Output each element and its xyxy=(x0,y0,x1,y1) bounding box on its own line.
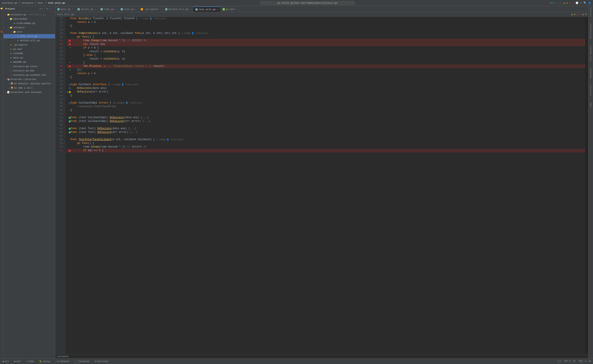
tab-close-server-go[interactable]: ✕ xyxy=(95,8,96,11)
tree-item-mac[interactable]: ▸ ⬛ unitauto-go-mac xyxy=(3,69,55,73)
tab-label-server-go: server.go xyxy=(81,8,94,11)
code-editor[interactable]: ⊟ func Divide(a float64, b float64) floa… xyxy=(66,17,585,354)
tree-item-orderedmap[interactable]: ▸ ● orderedmap.go xyxy=(3,21,55,26)
go-file-test-util-icon: ● xyxy=(16,35,20,38)
panel-action-close[interactable]: — xyxy=(49,7,50,10)
tree-label-linux: unitauto-go-linux xyxy=(13,65,37,68)
structure-icon-left[interactable]: ≡ xyxy=(0,38,3,41)
folder-iancoleman-icon: 📁 xyxy=(9,18,13,20)
breakpoint-71[interactable] xyxy=(69,150,71,152)
tab-gitignore[interactable]: .gitignore ✕ xyxy=(139,6,163,12)
panel-action-locate[interactable]: ◎ xyxy=(40,7,41,10)
warning-badge[interactable]: ▲ 8 xyxy=(571,13,575,16)
tree-item-scratches[interactable]: ▸ 📝 Scratches and Consoles xyxy=(3,90,55,94)
bookmarks-icon-left[interactable]: 🔖 xyxy=(0,30,3,33)
bottom-tab-problems[interactable]: ⚠ Problems xyxy=(55,359,70,363)
warning-count: ▲ 8 xyxy=(564,2,568,4)
bottom-tab-git[interactable]: ◉ Git xyxy=(2,359,10,363)
tab-label-main-go: main.go xyxy=(61,8,71,11)
bottom-tab-bar: ◉ Git ▶ Run ☑ TODO 🐛 Debug ⚠ Problems ⬛ … xyxy=(0,358,593,364)
error-count: ● 1 xyxy=(570,2,574,4)
tab-close-main-go[interactable]: ✕ xyxy=(72,8,73,11)
breakpoint-31[interactable] xyxy=(69,40,71,42)
sidebar-item-structure[interactable]: Structure xyxy=(589,84,593,97)
breakpoint-38[interactable] xyxy=(69,65,71,67)
tree-item-windows[interactable]: ▸ ⬛ unitauto-go-windows.exe xyxy=(3,73,55,77)
pull-requests-icon[interactable]: ↕ xyxy=(0,22,3,26)
tree-item-readme[interactable]: ▸ ● README.md xyxy=(3,60,55,64)
tab-test-util-go[interactable]: test_util.go ✕ xyxy=(193,6,221,12)
tab-close-test-util[interactable]: ✕ xyxy=(217,8,218,11)
tree-item-go-modules[interactable]: ▸ 📦 Go Modules <github.com/Tor xyxy=(3,82,55,86)
panel-action-settings[interactable]: ⚙ xyxy=(47,7,48,10)
tree-item-ext-libs[interactable]: ▾ 📚 External Libraries xyxy=(3,77,55,82)
tab-close-go-mod[interactable]: ✕ xyxy=(236,8,237,11)
tree-label-windows: unitauto-go-windows.exe xyxy=(13,74,46,76)
bottom-tab-terminal[interactable]: ⬛ Terminal xyxy=(74,359,90,363)
tab-go-mod[interactable]: go.mod ✕ xyxy=(221,6,239,12)
tree-item-license[interactable]: ▸ ● LICENSE xyxy=(3,51,55,56)
search-icon-title[interactable]: 🔍 xyxy=(584,1,586,4)
nav-down-btn[interactable]: ▼ xyxy=(585,13,586,16)
sidebar-item-database[interactable]: Database xyxy=(589,6,593,18)
tab-close-gitignore[interactable]: ✕ xyxy=(159,8,161,11)
gutter-37: ⊟ xyxy=(67,61,71,65)
tree-item-test-util-go[interactable]: ▸ ● test_util.go xyxy=(3,34,55,38)
tab-time-go[interactable]: time.go ✕ xyxy=(99,6,119,12)
undo-icon[interactable]: ↩ xyxy=(580,1,582,4)
tree-root[interactable]: ▾ 📁 unitauto-go ~/unitauto-go xyxy=(3,13,55,17)
panel-action-collapse[interactable]: ⬆ xyxy=(42,7,43,10)
tab-main-go[interactable]: main.go ✕ xyxy=(55,6,75,12)
tree-item-go-sdk[interactable]: ▸ 📦 Go SDK 1.20.1 xyxy=(3,86,55,90)
line-ending-indicator[interactable]: LF xyxy=(573,360,576,363)
tree-item-method-util-go[interactable]: ▸ ● method_util.go xyxy=(3,38,55,43)
tree-item-unitauto[interactable]: ▾ 📁 unitauto xyxy=(3,26,55,30)
encoding-indicator[interactable]: UTF-8 xyxy=(564,360,571,363)
sidebar-item-pull-requests[interactable]: Pull Requests xyxy=(589,44,593,62)
panel-action-menu[interactable]: ⋮ xyxy=(51,7,53,10)
bottom-tabs: ◉ Git ▶ Run ☑ TODO 🐛 Debug ⚠ Problems ⬛ … xyxy=(2,359,109,363)
project-icon[interactable]: 📁 xyxy=(0,7,3,10)
tree-item-iancoleman[interactable]: ▾ 📁 iancoleman xyxy=(3,17,55,21)
error-badge[interactable]: ● 1 xyxy=(577,13,581,16)
panel-action-expand[interactable]: ↕ xyxy=(44,7,46,10)
sidebar-item-make[interactable]: make xyxy=(589,101,593,109)
tree-item-test[interactable]: ▾ 📁 test xyxy=(3,30,55,34)
indent-indicator[interactable]: Tab: 4 xyxy=(578,360,586,363)
bottom-tab-services[interactable]: ⚙ Services xyxy=(94,359,109,363)
avatar-icon[interactable]: 👤 xyxy=(588,1,591,4)
tree-arrow-method-util: ▸ xyxy=(14,39,16,42)
tab-icon-server-go xyxy=(78,8,80,10)
go-file-orderedmap-icon: ● xyxy=(13,22,16,25)
ln-35: 35 xyxy=(55,53,64,57)
tree-item-gitignore[interactable]: ▸ ● .gitignore xyxy=(3,43,55,47)
sidebar-item-bookmarks[interactable]: Bookmarks xyxy=(589,66,593,80)
ext-lib-folder-icon: 📚 xyxy=(7,78,10,81)
tree-item-main-go[interactable]: ▸ ● main.go xyxy=(3,56,55,60)
tab-server-go[interactable]: server.go ✕ xyxy=(75,6,98,12)
checkmark2-icon: ✓ xyxy=(560,1,562,4)
build-url-bar[interactable]: go build github.com/TommyLemon/unitauto-… xyxy=(260,1,355,5)
nav-up-btn[interactable]: ▲ xyxy=(582,13,584,16)
bottom-tab-debug[interactable]: 🐛 Debug xyxy=(38,359,51,363)
breakpoint-32[interactable] xyxy=(69,43,71,46)
ln-56: 56 xyxy=(55,119,64,123)
bottom-tab-run[interactable]: ▶ Run xyxy=(13,359,22,363)
tab-method-util-go[interactable]: method_util.go ✕ xyxy=(163,6,193,12)
gutter-64 xyxy=(67,131,71,133)
tab-close-method-util[interactable]: ✕ xyxy=(190,8,191,11)
tab-close-type-go[interactable]: ✕ xyxy=(135,8,136,11)
tab-close-time-go[interactable]: ✕ xyxy=(115,8,116,11)
bottom-tab-todo[interactable]: ☑ TODO xyxy=(25,359,35,363)
commit-icon[interactable]: ⬆ xyxy=(0,15,3,18)
git-label: Git: xyxy=(550,2,555,4)
line-numbers: 25 26 27 28 29 30 31 32 33 34 35 36 37 3… xyxy=(55,17,66,354)
code-line-29: ⊟ func ComputeAsync(a int, b int, callba… xyxy=(67,32,585,35)
tree-item-linux[interactable]: ▸ ⬛ unitauto-go-linux xyxy=(3,64,55,69)
line-col-indicator[interactable]: 1:1 xyxy=(558,360,561,363)
tree-item-go-mod[interactable]: ▸ ● go.mod xyxy=(3,47,55,51)
sidebar-item-notifications[interactable]: Notifications xyxy=(589,22,593,40)
language-indicator[interactable]: Go xyxy=(589,360,591,363)
file-icon-readme: ● xyxy=(9,61,13,64)
tab-type-go[interactable]: type.go ✕ xyxy=(119,6,139,12)
